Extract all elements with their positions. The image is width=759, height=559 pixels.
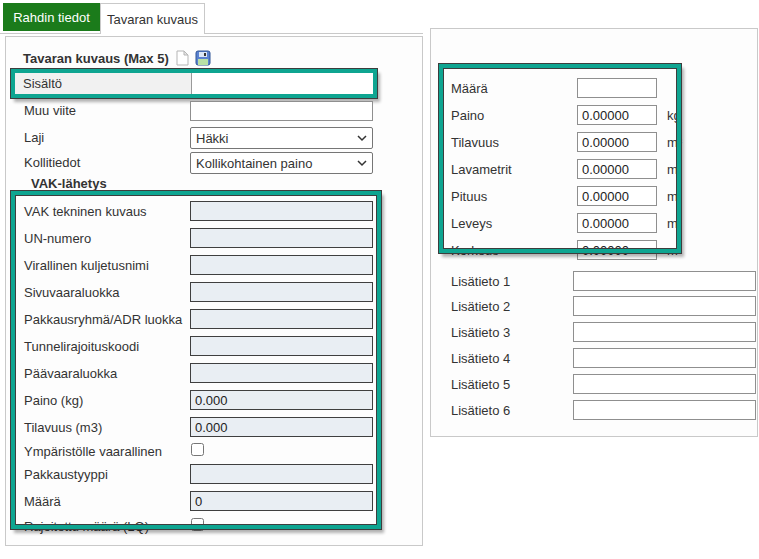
- muu-viite-input[interactable]: [190, 101, 373, 121]
- tab-tavaran-kuvaus[interactable]: Tavaran kuvaus: [100, 3, 205, 34]
- lisatieto-5-input[interactable]: [573, 374, 756, 394]
- goods-description-panel: Tavaran kuvaus (Max 5) Sisältö: [5, 36, 423, 546]
- un-numero-input[interactable]: [190, 228, 373, 248]
- tilavuus-input[interactable]: [577, 132, 657, 152]
- measure-row-label: Leveys: [451, 216, 492, 231]
- panel-title-text: Tavaran kuvaus (Max 5): [23, 51, 169, 66]
- vak-row-label: Tunnelirajoituskoodi: [24, 339, 139, 354]
- measure-row-label: Korkeus: [451, 243, 499, 258]
- vak-row-label: Rajoitettu määrä (LQ): [24, 519, 149, 534]
- laji-select[interactable]: Häkki: [190, 127, 373, 149]
- measure-row-label: Paino: [451, 108, 484, 123]
- vak-tilavuus-input[interactable]: [190, 417, 373, 437]
- maara-input[interactable]: [577, 78, 657, 98]
- unit-label: m: [667, 189, 678, 204]
- rajoitettu-maara-checkbox[interactable]: [191, 518, 204, 531]
- lisatieto-2-input[interactable]: [573, 296, 756, 316]
- laji-label: Laji: [24, 130, 44, 145]
- vak-maara-input[interactable]: [190, 491, 373, 511]
- laji-select-value: Häkki: [196, 131, 229, 146]
- kollitiedot-select-value: Kollikohtainen paino: [196, 156, 312, 171]
- vak-section-title: VAK-lähetys: [31, 176, 107, 191]
- unit-label: m: [667, 243, 678, 258]
- vak-row-label: Paino (kg): [24, 393, 83, 408]
- lisatieto-3-input[interactable]: [573, 322, 756, 342]
- muu-viite-label: Muu viite: [24, 103, 76, 118]
- ymparistolle-vaarallinen-checkbox[interactable]: [191, 443, 204, 456]
- vak-row-label: Määrä: [24, 494, 61, 509]
- vak-paino-input[interactable]: [190, 390, 373, 410]
- pakkaustyyppi-input[interactable]: [190, 464, 373, 484]
- lisatieto-6-input[interactable]: [573, 400, 756, 420]
- vak-tekninen-kuvaus-input[interactable]: [190, 201, 373, 221]
- measure-row-label: Tilavuus: [451, 135, 499, 150]
- goods-description-form: Rahdin tiedot Tavaran kuvaus Tavaran kuv…: [0, 0, 759, 559]
- chevron-down-icon: [357, 133, 367, 143]
- pakkausryhma-adr-luokka-input[interactable]: [190, 309, 373, 329]
- sivuvaaraluokka-input[interactable]: [190, 282, 373, 302]
- vak-row-label: Sivuvaaraluokka: [24, 285, 119, 300]
- measure-row-label: Pituus: [451, 189, 487, 204]
- vak-row-label: Päävaaraluokka: [24, 366, 117, 381]
- pituus-input[interactable]: [577, 186, 657, 206]
- chevron-down-icon: [357, 158, 367, 168]
- save-icon[interactable]: [195, 50, 211, 66]
- unit-label: m³: [667, 135, 682, 150]
- vak-row-label: Virallinen kuljetusnimi: [24, 258, 149, 273]
- tab-strip-divider: [0, 33, 423, 34]
- korkeus-input[interactable]: [577, 240, 657, 260]
- new-page-icon[interactable]: [174, 50, 190, 66]
- tunnelirajoituskoodi-input[interactable]: [190, 336, 373, 356]
- sisalto-input[interactable]: [192, 73, 373, 94]
- vak-row-label: Tilavuus (m3): [24, 420, 102, 435]
- measure-row-label: Määrä: [451, 81, 488, 96]
- sisalto-label: Sisältö: [15, 73, 191, 94]
- vak-row-label: UN-numero: [24, 231, 91, 246]
- lavametrit-input[interactable]: [577, 159, 657, 179]
- kollitiedot-select[interactable]: Kollikohtainen paino: [190, 152, 373, 174]
- extra-row-label: Lisätieto 2: [451, 299, 510, 314]
- measurements-panel: Määrä Paino kg Tilavuus m³ Lavametrit m …: [430, 28, 758, 437]
- extra-row-label: Lisätieto 1: [451, 274, 510, 289]
- vak-row-label: VAK tekninen kuvaus: [24, 204, 147, 219]
- lisatieto-1-input[interactable]: [573, 271, 756, 291]
- vak-row-label: Ympäristölle vaarallinen: [24, 444, 162, 459]
- vak-row-label: Pakkaustyyppi: [24, 467, 108, 482]
- tab-rahdin-tiedot[interactable]: Rahdin tiedot: [3, 3, 100, 31]
- measure-row-label: Lavametrit: [451, 162, 512, 177]
- extra-row-label: Lisätieto 4: [451, 351, 510, 366]
- unit-label: m: [667, 162, 678, 177]
- extra-row-label: Lisätieto 3: [451, 325, 510, 340]
- virallinen-kuljetusnimi-input[interactable]: [190, 255, 373, 275]
- paavaaraluokka-input[interactable]: [190, 363, 373, 383]
- unit-label: m: [667, 216, 678, 231]
- unit-label: kg: [667, 108, 681, 123]
- vak-row-label: Pakkausryhmä/ADR luokka: [24, 312, 182, 327]
- extra-row-label: Lisätieto 6: [451, 403, 510, 418]
- highlight-box-sisalto: Sisältö: [11, 69, 377, 98]
- leveys-input[interactable]: [577, 213, 657, 233]
- kollitiedot-label: Kollitiedot: [24, 155, 80, 170]
- panel-title: Tavaran kuvaus (Max 5): [23, 50, 211, 66]
- extra-row-label: Lisätieto 5: [451, 377, 510, 392]
- lisatieto-4-input[interactable]: [573, 348, 756, 368]
- paino-input[interactable]: [577, 105, 657, 125]
